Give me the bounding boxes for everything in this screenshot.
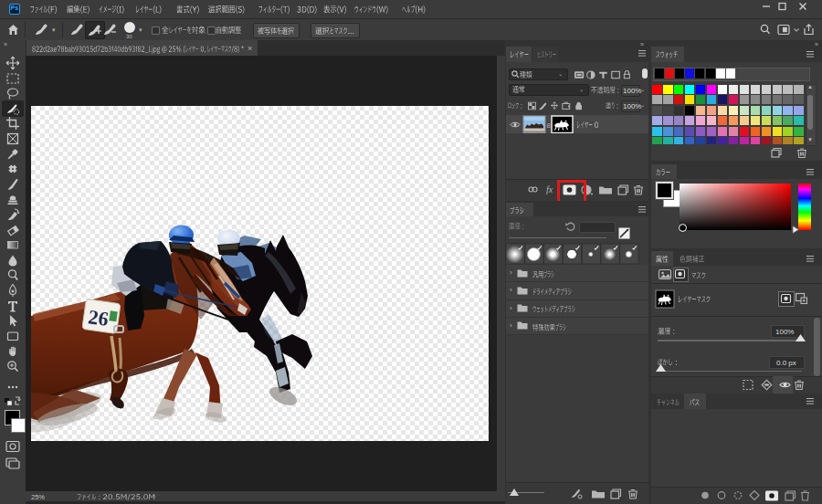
svg-text:fx: fx (546, 184, 553, 194)
svg-text:26: 26 (87, 305, 110, 331)
